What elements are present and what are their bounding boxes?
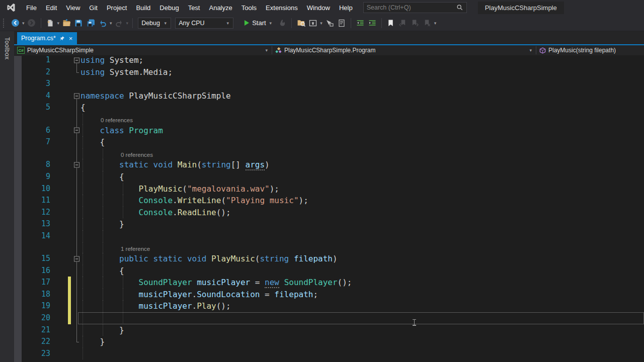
fold-toggle-icon[interactable] [74, 256, 79, 261]
member-dropdown[interactable]: PlayMusic(string filepath) [536, 45, 644, 55]
code-line-22[interactable]: 22 } [22, 336, 644, 348]
fold-toggle-icon[interactable] [74, 57, 79, 63]
code-text[interactable] [80, 348, 644, 360]
code-line-13[interactable]: 13 } [22, 218, 644, 230]
code-text[interactable]: public static void PlayMusic(string file… [80, 253, 644, 265]
open-file-button[interactable] [61, 17, 72, 29]
code-text[interactable]: using System; [80, 56, 644, 66]
solution-platform-dropdown[interactable]: Any CPU▾ [175, 18, 233, 29]
navigate-back-dropdown-icon[interactable]: ▾ [21, 21, 26, 26]
code-line-18[interactable]: 18 musicPlayer.SoundLocation = filepath; [22, 289, 644, 301]
code-line-14[interactable]: 14 [22, 230, 644, 242]
code-text[interactable]: musicPlayer.SoundLocation = filepath; [80, 289, 644, 301]
fold-toggle-icon[interactable] [74, 162, 79, 168]
close-icon[interactable]: × [68, 35, 73, 42]
search-icon[interactable] [456, 4, 463, 11]
code-text[interactable] [80, 230, 644, 242]
menu-item-analyze[interactable]: Analyze [204, 2, 236, 14]
live-preview-dropdown-icon[interactable]: ▾ [319, 21, 324, 26]
code-line-19[interactable]: 19 musicPlayer.Play(); [22, 300, 644, 312]
menu-item-tools[interactable]: Tools [237, 2, 261, 14]
code-text[interactable]: namespace PlayMusicCSharpSimple [80, 90, 644, 102]
chevron-down-icon[interactable]: ▾ [264, 48, 269, 53]
type-dropdown[interactable]: PlayMusicCSharpSimple.Program ▾ [272, 45, 536, 55]
code-line-17[interactable]: 17 SoundPlayer musicPlayer = new SoundPl… [22, 277, 644, 289]
next-bookmark-button[interactable] [410, 17, 421, 29]
code-text[interactable]: 0 references [80, 114, 644, 125]
hot-reload-button[interactable] [277, 17, 288, 29]
start-debugging-button[interactable]: Start ▾ [240, 18, 276, 28]
code-text[interactable]: SoundPlayer musicPlayer = new SoundPlaye… [80, 277, 644, 289]
code-line-20[interactable]: 20 [22, 312, 644, 324]
code-line-23[interactable]: 23 [22, 348, 644, 360]
menu-item-edit[interactable]: Edit [41, 2, 61, 14]
search-input[interactable] [367, 4, 456, 11]
menu-item-build[interactable]: Build [131, 2, 155, 14]
code-line-16[interactable]: 16 { [22, 265, 644, 277]
find-in-files-button[interactable] [295, 17, 306, 29]
live-preview-button[interactable] [307, 17, 318, 29]
code-text[interactable]: musicPlayer.Play(); [80, 300, 644, 312]
code-text[interactable]: static void Main(string[] args) [80, 159, 644, 171]
save-button[interactable] [73, 17, 84, 29]
code-line-1[interactable]: 1using System; [22, 56, 644, 66]
tab-program-cs[interactable]: Program.cs* × [17, 32, 77, 44]
code-text[interactable]: class Program [80, 125, 644, 137]
menu-item-test[interactable]: Test [184, 2, 205, 14]
new-file-button[interactable] [45, 17, 56, 29]
code-line-3[interactable]: 3 [22, 78, 644, 90]
code-line-15[interactable]: 15 public static void PlayMusic(string f… [22, 253, 644, 265]
code-text[interactable]: 1 reference [80, 242, 644, 253]
undo-button[interactable] [97, 17, 108, 29]
new-file-dropdown-icon[interactable]: ▾ [56, 21, 61, 26]
navigate-forward-button[interactable] [26, 17, 37, 29]
project-dropdown[interactable]: C# PlayMusicCSharpSimple ▾ [14, 45, 272, 55]
menu-item-file[interactable]: File [22, 2, 41, 14]
code-text[interactable]: using System.Media; [80, 66, 644, 78]
menu-item-help[interactable]: Help [335, 2, 357, 14]
menu-item-window[interactable]: Window [302, 2, 335, 14]
save-all-button[interactable] [85, 17, 96, 29]
code-text[interactable]: Console.WriteLine("Playing music"); [80, 195, 644, 207]
code-line-4[interactable]: 4namespace PlayMusicCSharpSimple [22, 90, 644, 102]
toolbox-panel-tab[interactable]: Toolbox [0, 31, 14, 362]
code-line-21[interactable]: 21 } [22, 324, 644, 336]
code-text[interactable] [80, 312, 644, 324]
menu-item-project[interactable]: Project [102, 2, 131, 14]
solution-configuration-dropdown[interactable]: Debug▾ [138, 18, 171, 29]
code-text[interactable]: Console.ReadLine(); [80, 207, 644, 219]
previous-bookmark-button[interactable] [397, 17, 409, 29]
code-text[interactable]: 0 references [80, 148, 644, 159]
code-line-2[interactable]: 2using System.Media; [22, 66, 644, 78]
code-line-8[interactable]: 8 static void Main(string[] args) [22, 159, 644, 171]
navigate-to-code-button[interactable] [324, 17, 335, 29]
chevron-down-icon[interactable]: ▾ [528, 48, 533, 53]
search-box[interactable] [363, 2, 467, 13]
undo-dropdown-icon[interactable]: ▾ [109, 21, 113, 26]
code-text[interactable]: { [80, 171, 644, 183]
menu-item-view[interactable]: View [61, 2, 85, 14]
code-line-10[interactable]: 10 PlayMusic("megalovania.wav"); [22, 183, 644, 195]
codelens-row[interactable]: 0 references [22, 148, 644, 159]
navigate-back-button[interactable] [10, 17, 21, 29]
code-line-7[interactable]: 7 { [22, 136, 644, 148]
code-line-9[interactable]: 9 { [22, 171, 644, 183]
fold-toggle-icon[interactable] [74, 93, 79, 99]
code-line-5[interactable]: 5{ [22, 102, 644, 114]
code-text[interactable] [80, 78, 644, 90]
menu-item-git[interactable]: Git [85, 2, 102, 14]
code-line-12[interactable]: 12 Console.ReadLine(); [22, 207, 644, 219]
redo-dropdown-icon[interactable]: ▾ [125, 21, 130, 26]
clear-bookmarks-button[interactable] [422, 17, 433, 29]
decrease-indent-button[interactable] [355, 17, 366, 29]
codelens-row[interactable]: 0 references [22, 114, 644, 125]
fold-toggle-icon[interactable] [74, 128, 79, 133]
code-text[interactable]: { [80, 136, 644, 148]
code-text[interactable]: } [80, 218, 644, 230]
toolbar-grip[interactable] [3, 19, 5, 28]
code-editor[interactable]: 1using System;2using System.Media;34name… [14, 56, 644, 362]
code-text[interactable]: { [80, 265, 644, 277]
code-text[interactable]: } [80, 336, 644, 348]
menu-item-debug[interactable]: Debug [155, 2, 183, 14]
toggle-bookmark-button[interactable] [385, 17, 396, 29]
